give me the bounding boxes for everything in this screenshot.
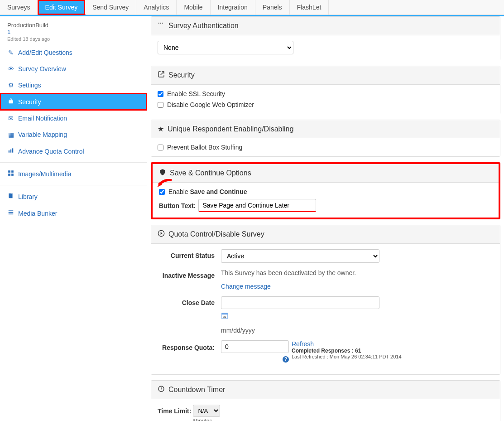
- svg-rect-0: [9, 150, 10, 153]
- svg-rect-15: [221, 313, 227, 315]
- enable-ssl-label: Enable SSL Security: [167, 90, 225, 97]
- tab-edit-survey[interactable]: Edit Survey: [38, 0, 86, 15]
- refresh-link[interactable]: Refresh: [292, 340, 314, 348]
- arrow-right-circle-icon: [158, 230, 165, 239]
- book-icon: [7, 193, 14, 200]
- panel-title: Survey Authentication: [168, 22, 239, 30]
- svg-rect-6: [11, 174, 14, 176]
- sidebar-item-label: Security: [18, 98, 41, 106]
- sidebar-item-email-notification[interactable]: ✉ Email Notification: [0, 110, 147, 126]
- grid-icon: ▦: [7, 131, 14, 138]
- completed-responses-text: Completed Responses : 61: [292, 348, 361, 354]
- svg-point-12: [162, 23, 163, 24]
- svg-rect-4: [11, 170, 14, 173]
- tab-panels[interactable]: Panels: [255, 0, 290, 15]
- close-date-label: Close Date: [158, 296, 221, 306]
- survey-id: 1: [7, 29, 139, 35]
- enable-save-continue-checkbox[interactable]: [159, 189, 165, 195]
- chart-icon: [7, 147, 14, 155]
- svg-rect-2: [12, 148, 13, 152]
- enable-ssl-checkbox[interactable]: [158, 91, 163, 97]
- current-status-label: Current Status: [158, 249, 221, 259]
- inactive-message-text: This Survey has been deactivated by the …: [221, 269, 494, 276]
- pencil-icon: ✎: [7, 49, 14, 56]
- main-content: Survey Authentication None Security Enab…: [147, 16, 504, 421]
- panel-quota-control: Quota Control/Disable Survey Current Sta…: [151, 225, 500, 375]
- sidebar: ProductionBuild 1 Edited 13 days ago ✎ A…: [0, 16, 147, 421]
- svg-rect-3: [8, 170, 10, 173]
- tab-flashlet[interactable]: FlashLet: [290, 0, 329, 15]
- button-text-label: Button Text:: [159, 202, 196, 209]
- envelope-icon: ✉: [7, 115, 14, 122]
- sidebar-item-library[interactable]: Library: [0, 185, 147, 205]
- help-icon[interactable]: ?: [283, 356, 289, 363]
- sidebar-item-survey-overview[interactable]: 👁 Survey Overview: [0, 61, 147, 77]
- list-icon: [7, 209, 14, 217]
- close-date-input[interactable]: [221, 296, 379, 309]
- panel-unique-respondent: ★ Unique Respondent Enabling/Disabling P…: [151, 120, 500, 157]
- current-status-select[interactable]: Active: [221, 249, 379, 263]
- shield-icon: [159, 169, 166, 178]
- svg-rect-5: [8, 174, 10, 176]
- sidebar-item-label: Survey Overview: [18, 65, 66, 73]
- panel-title: Security: [168, 71, 195, 79]
- arrow-annotation-icon: [156, 179, 173, 189]
- tab-mobile[interactable]: Mobile: [177, 0, 210, 15]
- sidebar-item-label: Add/Edit Questions: [18, 49, 72, 56]
- button-text-input[interactable]: [198, 199, 316, 212]
- sidebar-item-label: Advance Quota Control: [18, 148, 84, 155]
- svg-rect-8: [9, 212, 14, 213]
- tab-send-survey[interactable]: Send Survey: [85, 0, 136, 15]
- tab-surveys[interactable]: Surveys: [0, 0, 38, 15]
- sidebar-item-label: Settings: [18, 82, 41, 89]
- panel-title: Unique Respondent Enabling/Disabling: [168, 125, 293, 133]
- svg-rect-1: [10, 150, 11, 153]
- panel-save-continue: Save & Continue Options Enable Save and …: [151, 162, 500, 219]
- sidebar-menu: ✎ Add/Edit Questions 👁 Survey Overview ⚙…: [0, 44, 147, 222]
- survey-edited: Edited 13 days ago: [7, 36, 139, 42]
- external-link-icon: [158, 71, 165, 80]
- sidebar-item-media-bunker[interactable]: Media Bunker: [0, 205, 147, 222]
- prevent-ballot-label: Prevent Ballot Box Stuffing: [167, 144, 242, 151]
- key-icon: [158, 21, 165, 30]
- top-tabs: Surveys Edit Survey Send Survey Analytic…: [0, 0, 504, 15]
- sidebar-item-security[interactable]: Security: [0, 93, 147, 110]
- lock-icon: [7, 98, 14, 106]
- disable-optimizer-label: Disable Google Web Optimizer: [167, 101, 254, 108]
- sidebar-item-add-edit-questions[interactable]: ✎ Add/Edit Questions: [0, 44, 147, 61]
- panel-title: Quota Control/Disable Survey: [168, 230, 264, 238]
- star-icon: ★: [158, 125, 164, 133]
- sidebar-item-images-multimedia[interactable]: Images/Multimedia: [0, 162, 147, 182]
- tab-analytics[interactable]: Analytics: [136, 0, 177, 15]
- time-limit-select[interactable]: N/A: [193, 405, 220, 417]
- calendar-icon[interactable]: 31: [221, 312, 228, 319]
- prevent-ballot-checkbox[interactable]: [158, 145, 163, 150]
- sidebar-item-label: Library: [18, 193, 38, 200]
- response-quota-label: Response Quota:: [158, 340, 221, 351]
- response-quota-input[interactable]: [221, 340, 289, 353]
- survey-title: ProductionBuild: [7, 22, 139, 29]
- eye-icon: 👁: [7, 65, 14, 73]
- sidebar-item-label: Images/Multimedia: [18, 170, 72, 178]
- tab-integration[interactable]: Integration: [211, 0, 255, 15]
- change-message-link[interactable]: Change message: [221, 283, 271, 290]
- sidebar-item-advance-quota-control[interactable]: Advance Quota Control: [0, 143, 147, 160]
- auth-select[interactable]: None: [158, 41, 293, 54]
- panel-survey-authentication: Survey Authentication None: [151, 16, 500, 60]
- date-format-hint: mm/dd/yyyy: [221, 327, 494, 334]
- sidebar-item-settings[interactable]: ⚙ Settings: [0, 77, 147, 93]
- sidebar-item-label: Variable Mapping: [18, 131, 67, 138]
- svg-point-11: [160, 23, 161, 24]
- svg-rect-7: [9, 210, 14, 211]
- sidebar-item-label: Media Bunker: [18, 210, 57, 217]
- svg-text:31: 31: [223, 315, 226, 318]
- sidebar-item-variable-mapping[interactable]: ▦ Variable Mapping: [0, 126, 147, 143]
- disable-optimizer-checkbox[interactable]: [158, 102, 163, 108]
- minutes-label: Minutes: [193, 418, 220, 421]
- svg-rect-9: [9, 213, 14, 214]
- sidebar-item-label: Email Notification: [18, 115, 67, 122]
- sidebar-header: ProductionBuild 1 Edited 13 days ago: [0, 16, 147, 44]
- thumbnails-icon: [7, 170, 14, 178]
- time-limit-label: Time Limit:: [158, 405, 191, 415]
- last-refreshed-text: Last Refreshed : Mon May 26 02:34:11 PDT…: [292, 354, 402, 359]
